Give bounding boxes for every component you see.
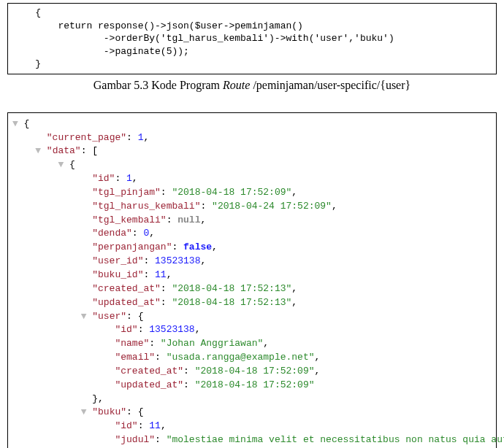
code-line: ->orderBy('tgl_harus_kembali')->with('us…	[8, 32, 496, 45]
json-line: "id": 11,	[8, 420, 496, 433]
json-line: "buku_id": 11,	[8, 269, 496, 282]
code-box: { return response()->json($user->peminja…	[7, 3, 497, 74]
code-line: return response()->json($user->peminjama…	[8, 20, 496, 33]
caption-suffix: /peminjaman/user-specific/{user}	[250, 79, 411, 91]
json-line: "updated_at": "2018-04-18 17:52:09"	[8, 379, 496, 393]
json-line: ▼ "buku": {	[8, 406, 496, 420]
json-line: ▼ {	[8, 117, 496, 131]
json-line: ▼ {	[8, 158, 496, 172]
json-line: "email": "usada.rangga@example.net",	[8, 351, 496, 365]
json-line: "tgl_kembali": null,	[8, 214, 496, 228]
json-line: ▼ "user": {	[8, 310, 496, 324]
json-viewer: ▼ { "current_page": 1, ▼ "data": [ ▼ { "…	[7, 112, 497, 448]
json-line: "id": 1,	[8, 172, 496, 186]
json-line: "name": "Johan Anggriawan",	[8, 337, 496, 351]
json-line: "id": 13523138,	[8, 323, 496, 337]
json-line: "user_id": 13523138,	[8, 255, 496, 269]
json-line: ▼ "data": [	[8, 144, 496, 158]
json-line: "judul": "molestiae minima velit et nece…	[8, 433, 496, 447]
code-line: }	[8, 58, 496, 71]
code-line: ->paginate(5));	[8, 45, 496, 58]
json-line: "denda": 0,	[8, 227, 496, 241]
json-line: "perpanjangan": false,	[8, 241, 496, 255]
json-line: },	[8, 393, 496, 406]
json-line: "current_page": 1,	[8, 131, 496, 145]
json-line: "updated_at": "2018-04-18 17:52:13",	[8, 296, 496, 310]
json-line: "tgl_harus_kembali": "2018-04-24 17:52:0…	[8, 200, 496, 214]
json-line: "tgl_pinjam": "2018-04-18 17:52:09",	[8, 186, 496, 200]
json-line: "created_at": "2018-04-18 17:52:09",	[8, 365, 496, 379]
json-line: "created_at": "2018-04-18 17:52:13",	[8, 282, 496, 296]
figure-caption: Gambar 5.3 Kode Program Route /peminjama…	[0, 79, 504, 92]
code-line: {	[8, 7, 496, 20]
caption-italic: Route	[223, 79, 250, 91]
caption-prefix: Gambar 5.3 Kode Program	[93, 79, 223, 91]
